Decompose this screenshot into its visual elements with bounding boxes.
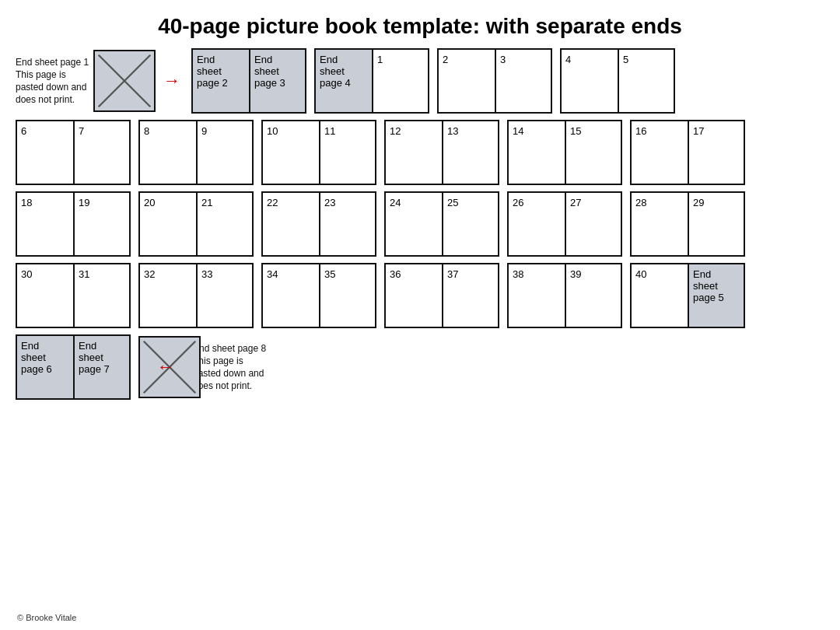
page-25: 25 xyxy=(442,193,498,255)
page-3: 3 xyxy=(495,50,551,112)
spread-24-25: 24 25 xyxy=(384,191,499,257)
page-15: 15 xyxy=(565,121,621,184)
page-32: 32 xyxy=(140,264,196,327)
row-3: 18 19 20 21 22 23 24 25 26 27 28 29 xyxy=(16,191,824,257)
spread-8-9: 8 9 xyxy=(138,120,254,185)
endsheet-1-pasteddown xyxy=(93,50,156,112)
spread-28-29: 28 29 xyxy=(630,191,745,257)
spread-36-37: 36 37 xyxy=(384,263,499,328)
page-23: 23 xyxy=(319,193,375,255)
spread-26-27: 26 27 xyxy=(507,191,622,257)
row-4: 30 31 32 33 34 35 36 37 38 39 40 Endshee… xyxy=(16,263,824,328)
page-36: 36 xyxy=(386,264,442,327)
page-endsheet-5: Endsheetpage 5 xyxy=(688,264,744,327)
spread-30-31: 30 31 xyxy=(16,263,131,328)
page-40: 40 xyxy=(632,264,688,327)
page-endsheet-6: Endsheetpage 6 xyxy=(17,336,73,398)
page-4: 4 xyxy=(562,50,618,112)
page-21: 21 xyxy=(196,193,252,255)
endsheet-8-label: End sheet page 8This page ispasted down … xyxy=(193,342,266,393)
spread-38-39: 38 39 xyxy=(507,263,622,328)
page-33: 33 xyxy=(196,264,252,327)
page-13: 13 xyxy=(442,121,498,184)
page-29: 29 xyxy=(688,193,744,255)
spread-22-23: 22 23 xyxy=(261,191,376,257)
page-17: 17 xyxy=(688,121,744,184)
page-12: 12 xyxy=(386,121,442,184)
spread-es6-7: Endsheetpage 6 Endsheetpage 7 xyxy=(16,334,131,400)
page-34: 34 xyxy=(263,264,319,327)
page-37: 37 xyxy=(442,264,498,327)
page-9: 9 xyxy=(196,121,252,184)
spread-10-11: 10 11 xyxy=(261,120,376,185)
spread-16-17: 16 17 xyxy=(630,120,745,185)
page-8: 8 xyxy=(140,121,196,184)
spread-4-1: Endsheetpage 4 1 xyxy=(314,48,429,114)
page-14: 14 xyxy=(509,121,565,184)
page-11: 11 xyxy=(319,121,375,184)
page-7: 7 xyxy=(73,121,129,184)
page-2: 2 xyxy=(439,50,495,112)
page-31: 31 xyxy=(73,264,129,327)
page-24: 24 xyxy=(386,193,442,255)
page-endsheet-4: Endsheetpage 4 xyxy=(316,50,372,112)
spread-34-35: 34 35 xyxy=(261,263,376,328)
spread-12-13: 12 13 xyxy=(384,120,499,185)
page-10: 10 xyxy=(263,121,319,184)
page-35: 35 xyxy=(319,264,375,327)
arrow-1: → xyxy=(163,71,180,91)
spread-20-21: 20 21 xyxy=(138,191,254,257)
spread-2-3b: 2 3 xyxy=(437,48,552,114)
page-1: 1 xyxy=(372,50,428,112)
row-5: Endsheetpage 6 Endsheetpage 7 ← End shee… xyxy=(16,334,824,400)
page-title: 40-page picture book template: with sepa… xyxy=(0,0,840,47)
page-20: 20 xyxy=(140,193,196,255)
page-28: 28 xyxy=(632,193,688,255)
arrow-2: ← xyxy=(157,357,174,377)
page-6: 6 xyxy=(17,121,73,184)
endsheet-1-label: End sheet page 1This page ispasted down … xyxy=(16,56,89,107)
spread-18-19: 18 19 xyxy=(16,191,131,257)
row-2: 6 7 8 9 10 11 12 13 14 15 16 17 xyxy=(16,120,824,185)
page-30: 30 xyxy=(17,264,73,327)
page-5: 5 xyxy=(618,50,674,112)
page-endsheet-7: Endsheetpage 7 xyxy=(73,336,129,398)
spread-4-5: 4 5 xyxy=(560,48,675,114)
spread-6-7: 6 7 xyxy=(16,120,131,185)
page-endsheet-3: Endsheetpage 3 xyxy=(249,50,305,112)
page-19: 19 xyxy=(73,193,129,255)
spread-2-3: Endsheetpage 2 Endsheetpage 3 xyxy=(191,48,306,114)
spread-32-33: 32 33 xyxy=(138,263,254,328)
page-39: 39 xyxy=(565,264,621,327)
page-endsheet-2: Endsheetpage 2 xyxy=(193,50,249,112)
page-22: 22 xyxy=(263,193,319,255)
page-38: 38 xyxy=(509,264,565,327)
copyright: © Brooke Vitale xyxy=(17,613,76,622)
page-26: 26 xyxy=(509,193,565,255)
spread-14-15: 14 15 xyxy=(507,120,622,185)
spread-40-es5: 40 Endsheetpage 5 xyxy=(630,263,745,328)
row-1: End sheet page 1This page ispasted down … xyxy=(16,48,824,114)
page-27: 27 xyxy=(565,193,621,255)
page-18: 18 xyxy=(17,193,73,255)
page-16: 16 xyxy=(632,121,688,184)
